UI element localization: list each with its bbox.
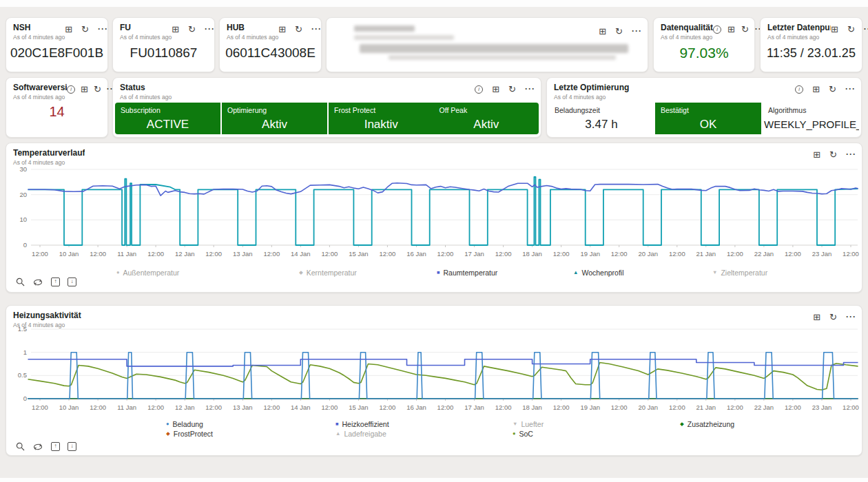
legend-item-ladefreigabe[interactable]: ▲Ladefreigabe [335,430,386,438]
more-icon[interactable]: ··· [846,313,856,322]
svg-text:18 Jan: 18 Jan [522,250,542,258]
svg-text:30: 30 [19,165,27,173]
zoom-icon[interactable] [16,442,25,451]
legend-item-luefter[interactable]: ▼Luefter [513,420,544,428]
svg-text:12:00: 12:00 [147,250,164,258]
refresh-icon[interactable]: ↻ [188,25,196,34]
svg-text:12:00: 12:00 [380,250,396,258]
refresh-icon[interactable]: ↻ [94,85,101,94]
table-icon[interactable]: ⊞ [81,85,88,94]
redacted-value [360,44,628,53]
svg-text:12 Jan: 12 Jan [175,404,195,411]
table-icon[interactable]: ⊞ [492,85,499,94]
legend-item-frostprotect[interactable]: ◆FrostProtect [166,430,213,438]
legend-item-heizkoeffizient[interactable]: ■Heizkoeffizient [335,420,389,428]
info-icon[interactable]: i [795,85,803,94]
svg-text:20 Jan: 20 Jan [639,250,659,258]
table-icon[interactable]: ⊞ [278,25,286,34]
letzter-datenpunkt-value: 11:35 / 23.01.25 [765,39,858,67]
open-in-window-icon[interactable]: ↑ [51,442,60,451]
svg-text:16 Jan: 16 Jan [406,250,426,258]
refresh-icon[interactable]: ↻ [829,150,837,159]
svg-text:12:00: 12:00 [90,404,106,411]
more-icon[interactable]: ··· [846,150,856,159]
svg-text:23 Jan: 23 Jan [812,250,832,258]
table-icon[interactable]: ⊞ [831,25,838,34]
legend-item-zieltemperatur[interactable]: ▼Zieltemperatur [712,269,767,277]
svg-text:21 Jan: 21 Jan [696,404,716,411]
info-icon[interactable]: i [67,85,75,94]
table-icon[interactable]: ⊞ [65,25,72,34]
svg-text:18 Jan: 18 Jan [522,404,542,411]
optimierung-bar: Beladungszeit 3.47 h Bestätigt OK Algori… [549,103,859,134]
refresh-icon[interactable]: ↻ [829,313,837,322]
open-in-window-icon[interactable]: ↑ [51,277,60,286]
more-icon[interactable]: ··· [311,25,322,34]
more-icon[interactable]: ··· [205,25,215,34]
more-icon[interactable]: ··· [525,85,535,94]
refresh-icon[interactable]: ↻ [847,25,855,34]
info-icon[interactable]: i [713,25,721,34]
legend-item-beladung[interactable]: ●Beladung [166,420,203,428]
chart-toolbar: ↑ ↓ [16,442,76,451]
legend-item-wochenprofil[interactable]: ▲Wochenprofil [573,269,624,277]
svg-text:12:00: 12:00 [611,250,628,258]
table-icon[interactable]: ⊞ [813,313,820,322]
svg-text:12:00: 12:00 [843,250,859,258]
svg-text:12:00: 12:00 [380,404,396,411]
more-icon[interactable]: ··· [632,27,642,36]
svg-text:12:00: 12:00 [553,250,570,258]
refresh-icon[interactable]: ↻ [81,25,89,34]
table-icon[interactable]: ⊞ [727,25,735,34]
temperature-legend: ●Außentemperatur◆Kerntemperatur■Raumtemp… [6,267,862,288]
svg-text:1: 1 [23,348,27,356]
legend-item-soc[interactable]: ●SoC [513,430,533,438]
tile-datenqualitaet: Datenqualität As of 4 minutes ago i ⊞ ↻ … [653,17,755,72]
status-frostprotect-offpeak: Frost Protect Inaktiv Off Peak Aktiv [329,103,539,134]
svg-text:12:00: 12:00 [611,404,628,411]
legend-item-zusatzheizung[interactable]: ◆Zusatzheizung [680,420,734,428]
more-icon[interactable]: ··· [864,25,868,34]
more-icon[interactable]: ··· [845,85,856,94]
refresh-icon[interactable]: ↻ [295,25,302,34]
legend-marker: ▼ [712,269,717,276]
svg-text:16 Jan: 16 Jan [406,404,426,411]
tile-title: Letzter Datenpunkt [767,23,831,32]
tile-redacted: ⊞ ↻ ··· [326,17,648,72]
refresh-icon[interactable]: ↻ [615,27,623,36]
heating-chart[interactable]: 1.510.5012:0010 Jan12:0011 Jan12:0012 Ja… [6,326,862,417]
refresh-icon[interactable]: ↻ [508,85,516,94]
chart-title: Heizungsaktivität [13,311,81,320]
rerun-icon[interactable] [32,278,43,286]
refresh-icon[interactable]: ↻ [829,85,836,94]
legend-item-außentemperatur[interactable]: ●Außentemperatur [116,269,179,277]
tile-title: Datenqualität [661,23,713,32]
status-label: Frost Protect [334,106,375,114]
svg-text:12:00: 12:00 [437,250,454,258]
table-icon[interactable]: ⊞ [813,150,820,159]
opt-value: 3.47 h [549,114,654,134]
svg-text:12:00: 12:00 [147,404,164,411]
hub-value: 06011C43008E [224,39,317,67]
legend-item-kerntemperatur[interactable]: ◆Kerntemperatur [299,269,357,277]
zoom-icon[interactable] [16,277,25,286]
table-icon[interactable]: ⊞ [172,25,179,34]
rerun-icon[interactable] [32,443,43,451]
table-icon[interactable]: ⊞ [812,85,820,94]
download-icon[interactable]: ↓ [68,442,76,451]
legend-item-raumtemperatur[interactable]: ■Raumtemperatur [437,269,497,277]
opt-label: Algorithmus [768,106,806,114]
more-icon[interactable]: ··· [98,25,108,34]
table-icon[interactable]: ⊞ [599,27,606,36]
download-icon[interactable]: ↓ [68,277,76,286]
refresh-icon[interactable]: ↻ [741,25,749,34]
info-icon[interactable]: i [475,85,483,94]
svg-text:11 Jan: 11 Jan [117,404,136,411]
svg-text:17 Jan: 17 Jan [464,404,484,411]
svg-text:23 Jan: 23 Jan [812,404,832,411]
temperature-chart[interactable]: 302010012:0010 Jan12:0011 Jan12:0012 Jan… [6,164,862,266]
svg-text:12:00: 12:00 [322,250,338,258]
svg-text:10 Jan: 10 Jan [59,250,79,258]
tile-temperaturverlauf: Temperaturverlauf As of 4 minutes ago ⊞ … [6,143,862,293]
tile-softwareversion: Softwareversi... As of 4 minutes ago i ⊞… [6,77,108,138]
